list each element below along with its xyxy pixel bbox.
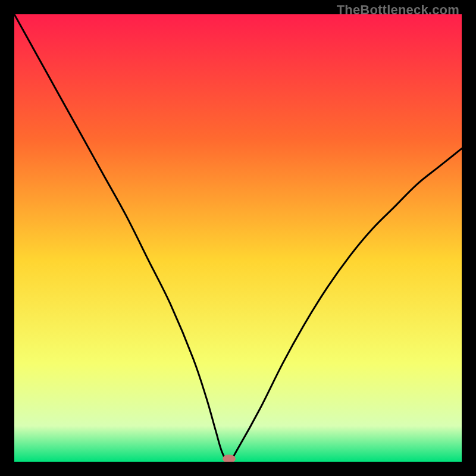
watermark-text: TheBottleneck.com: [337, 2, 459, 18]
chart-svg: [14, 14, 462, 462]
chart-frame: TheBottleneck.com: [0, 0, 476, 476]
gradient-background: [14, 14, 462, 462]
plot-area: [14, 14, 462, 462]
